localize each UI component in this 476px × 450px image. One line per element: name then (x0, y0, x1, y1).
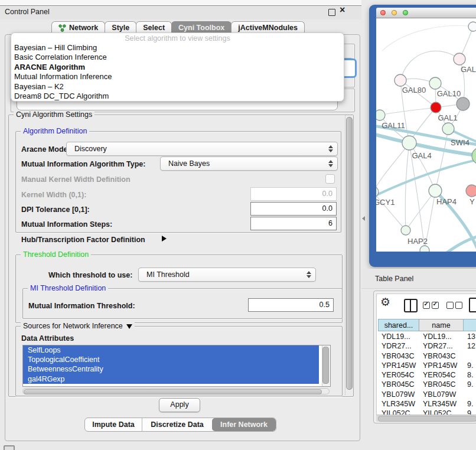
cell[interactable]: 9. (464, 361, 476, 370)
node-partial-bottom[interactable] (420, 246, 429, 252)
tab-impute-data[interactable]: Impute Data (85, 418, 142, 431)
list-item-topologicalcoefficient[interactable]: TopologicalCoefficient (23, 355, 319, 364)
manual-kernel-label: Manual Kernel Width Definition (21, 175, 131, 184)
which-threshold-label: Which threshold to use: (48, 271, 132, 279)
column-layout-icon[interactable] (404, 299, 418, 312)
deselect-all-checkbox-icon[interactable] (446, 302, 454, 309)
list-scrollbar-thumb[interactable] (322, 347, 329, 384)
list-item-betweennesscentrality[interactable]: BetweennessCentrality (23, 364, 319, 374)
node-gray[interactable] (457, 97, 470, 110)
node-hap4[interactable] (429, 184, 442, 197)
cell[interactable]: 9 (464, 409, 476, 415)
mi-type-label: Mutual Information Algorithm Type: (21, 160, 145, 168)
network-canvas[interactable]: GAL GAL80 GAL10 GAL1 GAL11 SWI4 GAL4 GCY… (376, 18, 476, 252)
control-panel-titlebar: Control Panel × (0, 6, 361, 19)
aracne-mode-combo[interactable]: Discovery (66, 142, 338, 156)
deselect-all-checkbox-icon[interactable] (455, 302, 462, 309)
cell[interactable]: YDL19... (378, 332, 419, 341)
node-gcy1[interactable] (376, 187, 379, 197)
cell[interactable]: YLR345W (378, 399, 419, 409)
table-hscrollbar-thumb[interactable] (378, 416, 476, 422)
cell[interactable]: 9. (464, 399, 476, 409)
node-partial-top[interactable] (468, 22, 476, 31)
cell[interactable]: YBL079W (378, 390, 419, 399)
network-window-titlebar[interactable] (376, 8, 476, 18)
settings-scrollbar-thumb[interactable] (346, 117, 353, 390)
manual-kernel-checkbox[interactable] (325, 174, 335, 184)
node-gal10[interactable] (429, 77, 441, 89)
cell[interactable]: YBR045C (378, 380, 419, 389)
cell[interactable]: YDL19... (419, 332, 464, 341)
kernel-width-field[interactable]: 0.0 (250, 187, 337, 201)
cell[interactable]: YBR043C (419, 351, 464, 361)
close-panel-icon[interactable]: × (340, 5, 345, 15)
cell[interactable]: YPR145W (378, 361, 419, 370)
cell[interactable]: 13 (464, 332, 476, 341)
node-gal11[interactable] (376, 110, 385, 120)
minimize-window-icon[interactable] (392, 10, 397, 15)
label-gal80: GAL80 (402, 86, 426, 94)
dropdown-item-bayesian-k2[interactable]: Bayesian – K2 (11, 82, 344, 92)
column-header-name[interactable]: name (419, 319, 464, 331)
dropdown-item-bayesian-hill[interactable]: Bayesian – Hill Climbing (11, 43, 344, 53)
node-gal80[interactable] (395, 74, 406, 86)
mi-type-combo[interactable]: Naive Bayes (160, 156, 338, 171)
float-panel-icon[interactable] (328, 9, 335, 16)
tab-infer-network[interactable]: Infer Network (212, 418, 276, 431)
cell[interactable] (464, 390, 476, 399)
node-gal4[interactable] (402, 136, 416, 150)
node-gal-partial[interactable] (454, 53, 465, 65)
minimized-panel-icon[interactable] (4, 445, 15, 450)
cell[interactable]: YER054C (378, 370, 419, 380)
cell[interactable]: YIL052C (419, 409, 464, 415)
column-header-shared-name[interactable]: shared... (378, 319, 419, 331)
cell[interactable]: YIL052C (378, 409, 419, 415)
list-item-gal4rgexp[interactable]: gal4RGexp (23, 374, 319, 384)
mi-steps-field[interactable]: 6 (250, 217, 337, 230)
cell[interactable]: YLR345W (419, 399, 464, 409)
combo-arrows-icon (328, 145, 332, 152)
cell[interactable]: YDR27... (419, 341, 464, 351)
collapse-down-icon[interactable] (126, 324, 132, 329)
gear-icon[interactable]: ⚙ (380, 296, 390, 309)
label-gal11: GAL11 (382, 121, 405, 130)
dropdown-item-basic-correlation[interactable]: Basic Correlation Inference (11, 53, 344, 62)
list-hscrollbar-thumb[interactable] (24, 389, 322, 394)
zoom-window-icon[interactable] (403, 10, 408, 15)
node-red-gal1[interactable] (431, 102, 441, 113)
cell[interactable] (464, 351, 476, 361)
export-table-icon[interactable] (469, 298, 476, 312)
node-salmon[interactable] (466, 185, 476, 197)
close-window-icon[interactable] (380, 10, 386, 15)
node-swi4[interactable] (442, 123, 454, 135)
dropdown-item-aracne[interactable]: ARACNE Algorithm (11, 63, 344, 72)
cell[interactable]: 12 (464, 341, 476, 351)
app-root: { "control_panel": { "title": "Control P… (0, 0, 476, 450)
dpi-tolerance-field[interactable]: 0.0 (250, 202, 337, 216)
expand-right-icon[interactable] (162, 236, 167, 242)
cell[interactable]: 9. (464, 380, 476, 389)
column-header-partial[interactable]: A (463, 319, 476, 331)
which-threshold-combo[interactable]: MI Threshold (138, 268, 316, 282)
cell[interactable]: YBR045C (419, 380, 464, 389)
cell[interactable]: YBL079W (419, 390, 464, 399)
panel-title: Control Panel (5, 8, 50, 16)
select-all-checkbox-icon[interactable] (423, 302, 430, 309)
node-hap2[interactable] (401, 226, 410, 235)
cell[interactable]: 8. (464, 370, 476, 380)
cell[interactable]: YDR27... (378, 341, 419, 351)
list-item-selfloops[interactable]: SelfLoops (23, 345, 319, 355)
dropdown-item-dream8[interactable]: Dream8 DC_TDC Algorithm (11, 92, 344, 101)
cell[interactable]: YPR145W (419, 361, 464, 370)
apply-button[interactable]: Apply (159, 398, 200, 412)
algorithm-definition-title: Algorithm Definition (21, 127, 89, 135)
mi-steps-label: Mutual Information Steps: (21, 220, 112, 229)
select-all-checkbox-icon[interactable] (432, 302, 439, 309)
mi-threshold-field[interactable]: 0.5 (248, 298, 334, 312)
dropdown-item-mutual-information[interactable]: Mutual Information Inference (11, 72, 344, 81)
cell[interactable]: YBR043C (378, 351, 419, 361)
split-pane-collapse-icon[interactable] (362, 216, 365, 221)
tab-discretize-data[interactable]: Discretize Data (142, 418, 212, 431)
cell[interactable]: YER054C (419, 370, 464, 380)
dpi-tolerance-label: DPI Tolerance [0,1]: (21, 206, 90, 214)
